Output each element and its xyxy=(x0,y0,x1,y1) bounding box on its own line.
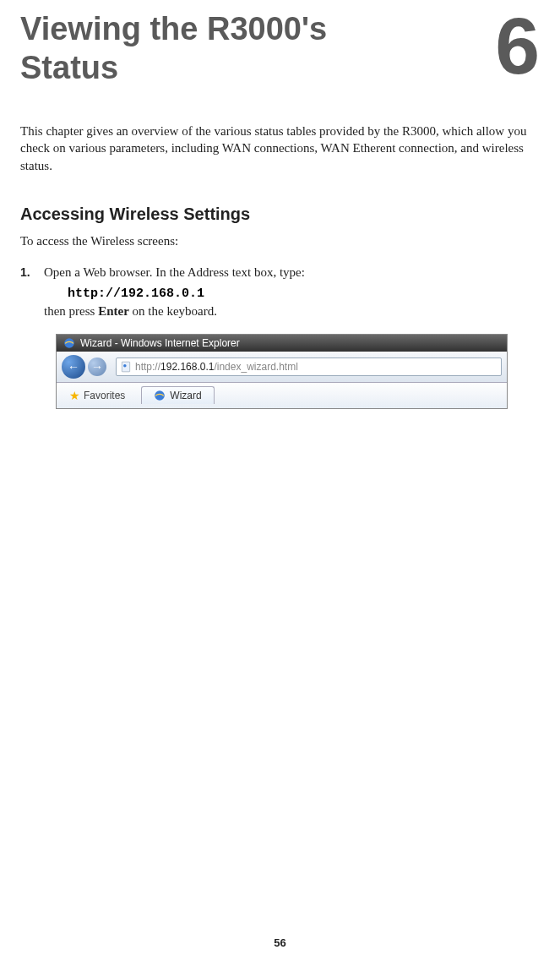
ie-logo-icon xyxy=(63,337,75,349)
step-number: 1. xyxy=(20,265,44,279)
tab-label: Wizard xyxy=(170,390,201,401)
address-url: http://192.168.0.1/index_wizard.html xyxy=(135,361,298,373)
window-title: Wizard - Windows Internet Explorer xyxy=(80,337,240,349)
browser-screenshot: Wizard - Windows Internet Explorer ← → h… xyxy=(56,334,508,409)
step-url: http://192.168.0.1 xyxy=(68,285,540,303)
back-button[interactable]: ← xyxy=(62,355,85,379)
ie-titlebar: Wizard - Windows Internet Explorer xyxy=(57,335,507,352)
browser-tab[interactable]: Wizard xyxy=(141,386,214,404)
svg-point-2 xyxy=(123,364,127,368)
arrow-left-icon: ← xyxy=(68,360,79,374)
page-icon xyxy=(120,361,132,373)
ie-nav-toolbar: ← → http://192.168.0.1/index_wizard.html xyxy=(57,352,507,383)
section-intro: To access the Wireless screens: xyxy=(20,234,540,248)
favorites-label: Favorites xyxy=(84,390,125,401)
arrow-right-icon: → xyxy=(91,360,103,374)
address-bar[interactable]: http://192.168.0.1/index_wizard.html xyxy=(116,357,502,376)
forward-button[interactable]: → xyxy=(88,357,106,376)
step-1-row: 1. Open a Web browser. In the Address te… xyxy=(20,264,540,281)
chapter-intro: This chapter gives an overview of the va… xyxy=(20,123,540,174)
chapter-number: 6 xyxy=(495,10,540,83)
tab-area: Wizard xyxy=(141,386,214,404)
chapter-title: Viewing the R3000's Status xyxy=(20,10,400,87)
step-then: then press Enter on the keyboard. xyxy=(44,303,540,320)
favorites-button[interactable]: ★ Favorites xyxy=(62,386,133,405)
section-title: Accessing Wireless Settings xyxy=(20,205,540,224)
page-number: 56 xyxy=(274,936,285,949)
star-icon: ★ xyxy=(69,389,80,402)
step-text: Open a Web browser. In the Address text … xyxy=(44,264,305,281)
ie-favorites-bar: ★ Favorites Wizard xyxy=(57,383,507,408)
ie-logo-icon xyxy=(154,390,166,401)
